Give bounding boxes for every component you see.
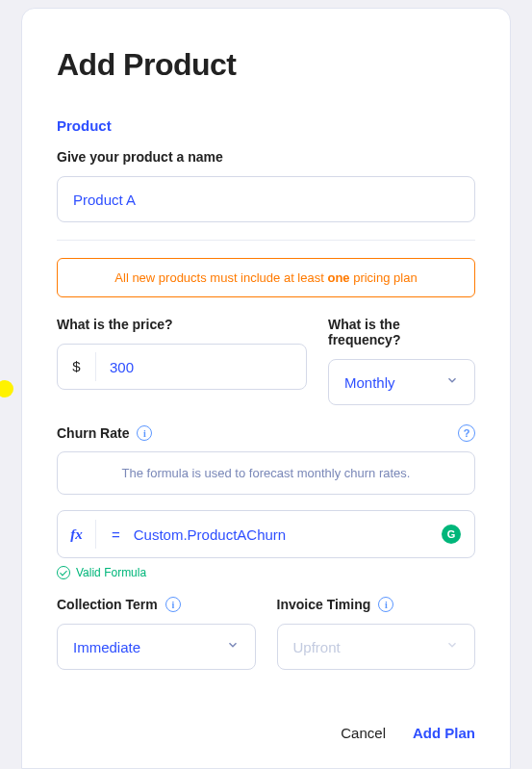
churn-rate-label: Churn Rate (57, 425, 129, 441)
info-icon[interactable]: i (137, 425, 152, 441)
checkmark-icon (57, 566, 70, 579)
collection-term-value: Immediate (73, 639, 140, 655)
cancel-button[interactable]: Cancel (341, 725, 386, 741)
section-product-label: Product (57, 117, 475, 134)
info-icon[interactable]: i (378, 597, 393, 612)
help-icon[interactable]: ? (458, 424, 475, 442)
frequency-value: Monthly (344, 374, 395, 391)
product-name-input[interactable] (57, 176, 475, 222)
chevron-down-icon (445, 638, 459, 655)
modal-title: Add Product (57, 47, 475, 83)
collection-term-label-wrapper: Collection Term i (57, 597, 256, 612)
frequency-select[interactable]: Monthly (328, 359, 475, 405)
price-input-wrapper: $ (57, 344, 307, 390)
collection-term-label: Collection Term (57, 597, 158, 612)
invoice-timing-label-wrapper: Invoice Timing i (277, 597, 476, 612)
fx-icon: fx (58, 520, 96, 549)
valid-formula-text: Valid Formula (76, 566, 146, 579)
formula-equals: = (96, 526, 134, 543)
add-product-modal: Add Product Product Give your product a … (21, 8, 511, 769)
invoice-timing-value: Upfront (293, 639, 341, 655)
product-name-label: Give your product a name (57, 149, 475, 165)
invoice-timing-label: Invoice Timing (277, 597, 371, 612)
formula-input-wrapper: fx = G (57, 510, 475, 558)
add-plan-button[interactable]: Add Plan (413, 725, 475, 741)
warning-text-prefix: All new products must include at least (114, 270, 327, 285)
modal-footer: Cancel Add Plan (57, 707, 475, 741)
decorative-dot (0, 380, 13, 397)
info-icon[interactable]: i (165, 597, 181, 612)
warning-text-bold: one (327, 270, 349, 285)
collection-term-select[interactable]: Immediate (57, 624, 256, 670)
churn-rate-label-wrapper: Churn Rate i (57, 425, 152, 441)
churn-info-banner: The formula is used to forecast monthly … (57, 451, 475, 495)
valid-formula-indicator: Valid Formula (57, 566, 475, 579)
price-label: What is the price? (57, 317, 307, 332)
chevron-down-icon (226, 638, 240, 655)
frequency-label: What is the frequency? (328, 317, 475, 347)
formula-input[interactable] (134, 526, 442, 543)
chevron-down-icon (445, 373, 459, 391)
price-input[interactable] (96, 359, 306, 375)
warning-text-suffix: pricing plan (350, 270, 418, 285)
currency-prefix: $ (58, 352, 96, 381)
invoice-timing-select[interactable]: Upfront (277, 624, 476, 670)
grammarly-icon[interactable]: G (442, 525, 461, 544)
divider (57, 240, 475, 241)
pricing-plan-warning: All new products must include at least o… (57, 258, 475, 297)
